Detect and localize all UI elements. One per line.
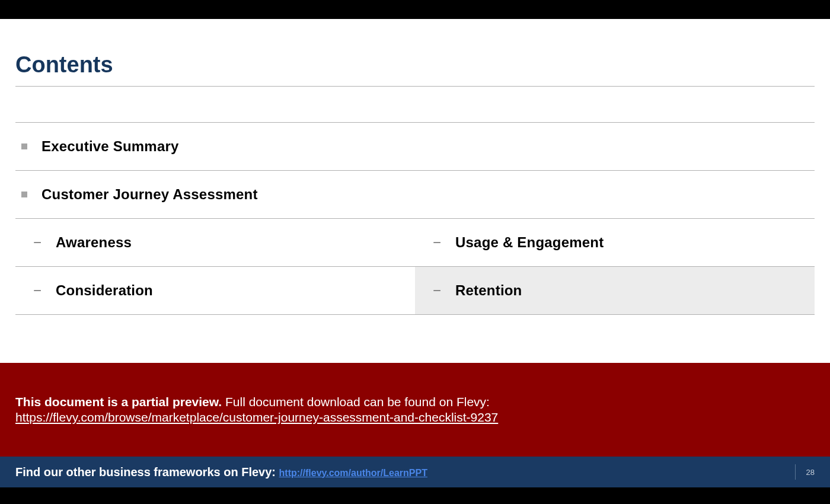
content-row: Executive Summary [15,123,815,170]
item-label: Awareness [56,234,132,251]
banner-rest-text: Full document download can be found on F… [222,395,490,409]
contents-list: Executive Summary Customer Journey Asses… [0,94,830,315]
square-bullet-icon [21,143,27,149]
dash-bullet-icon: − [33,283,42,298]
list-item-active: − Retention [415,267,815,314]
list-item: Executive Summary [15,123,815,170]
footer-text: Find our other business frameworks on Fl… [15,465,279,479]
list-item: − Consideration [15,267,415,314]
page-number: 28 [806,468,815,477]
dash-bullet-icon: − [33,235,42,250]
dash-bullet-icon: − [433,283,441,298]
banner-bold-text: This document is a partial preview. [15,395,222,409]
preview-banner: This document is a partial preview. Full… [0,363,830,457]
top-black-bar [0,0,830,19]
item-label: Executive Summary [42,138,179,155]
divider [15,314,815,315]
banner-link[interactable]: https://flevy.com/browse/marketplace/cus… [15,410,498,425]
list-item: Customer Journey Assessment [15,171,815,218]
item-label: Customer Journey Assessment [42,186,258,203]
square-bullet-icon [21,192,27,197]
footer-bar: Find our other business frameworks on Fl… [0,457,830,487]
content-row: Customer Journey Assessment [15,171,815,218]
bottom-black-bar [0,487,830,504]
slide: Contents Executive Summary Customer Jour… [0,0,830,504]
content-row: − Consideration − Retention [15,267,815,314]
list-item: − Awareness [15,219,415,266]
footer-content: Find our other business frameworks on Fl… [15,465,427,479]
item-label: Retention [455,282,522,299]
page-number-wrap: 28 [795,457,815,487]
title-area: Contents [0,19,830,94]
page-number-separator [795,464,796,480]
dash-bullet-icon: − [433,235,441,250]
title-rule [15,86,815,87]
footer-link[interactable]: http://flevy.com/author/LearnPPT [279,468,427,478]
banner-text: This document is a partial preview. Full… [15,395,815,409]
item-label: Consideration [56,282,153,299]
item-label: Usage & Engagement [455,234,604,251]
page-title: Contents [15,52,815,78]
list-item: − Usage & Engagement [415,219,815,266]
content-row: − Awareness − Usage & Engagement [15,219,815,266]
